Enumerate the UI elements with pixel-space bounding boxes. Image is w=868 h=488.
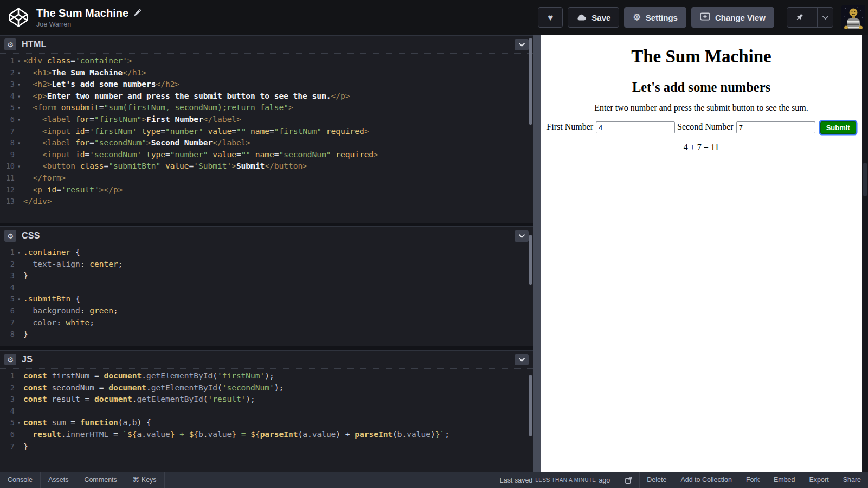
code-line-1[interactable]: 1▾.container { bbox=[0, 247, 533, 259]
save-button[interactable]: Save bbox=[568, 7, 619, 28]
code-line-6[interactable]: 6 result.innerHTML = `${a.value} + ${b.v… bbox=[0, 429, 533, 441]
sum-form: First NumberSecond NumberSubmit bbox=[541, 121, 862, 134]
css-settings-gear-icon[interactable]: ⚙ bbox=[4, 230, 16, 242]
fold-arrow-icon[interactable]: ▾ bbox=[15, 91, 23, 102]
second-number-input[interactable] bbox=[736, 121, 815, 133]
code-line-10[interactable]: 10▾ <button class="submitBtn" value='Sub… bbox=[0, 160, 533, 172]
js-settings-gear-icon[interactable]: ⚙ bbox=[4, 354, 16, 365]
footer-item-export[interactable]: Export bbox=[802, 472, 836, 488]
code-line-7[interactable]: 7} bbox=[0, 441, 533, 453]
line-number: 3 bbox=[0, 270, 15, 282]
js-editor-scrollbar[interactable] bbox=[529, 375, 532, 436]
code-line-1[interactable]: 1const firstNum = document.getElementByI… bbox=[0, 370, 533, 382]
code-line-13[interactable]: 13</div> bbox=[0, 196, 533, 208]
edit-title-pencil-icon[interactable] bbox=[133, 9, 141, 17]
code-line-6[interactable]: 6 background: green; bbox=[0, 305, 533, 317]
settings-button[interactable]: ⚙ Settings bbox=[624, 7, 686, 28]
preview-scrollbar-track[interactable] bbox=[862, 35, 868, 472]
footer-item-assets[interactable]: Assets bbox=[41, 472, 77, 488]
code-line-3[interactable]: 3} bbox=[0, 270, 533, 282]
heart-icon: ♥ bbox=[548, 13, 553, 22]
fold-arrow-icon[interactable]: ▾ bbox=[15, 55, 23, 67]
last-saved-suffix: ago bbox=[599, 477, 610, 484]
pen-author[interactable]: Joe Warren bbox=[36, 21, 141, 28]
code-line-5[interactable]: 5▾ <form onsubmit="sum(firstNum, secondN… bbox=[0, 102, 533, 114]
code-text: <button class="submitBtn" value='Submit'… bbox=[23, 160, 307, 172]
fold-spacer bbox=[15, 172, 23, 184]
line-number: 10 bbox=[0, 160, 15, 172]
footer-actions: DeleteAdd to CollectionForkEmbedExportSh… bbox=[639, 472, 868, 488]
open-external-button[interactable] bbox=[618, 472, 639, 488]
like-button[interactable]: ♥ bbox=[538, 7, 563, 28]
footer-item-embed[interactable]: Embed bbox=[767, 472, 802, 488]
footer-item-console[interactable]: Console bbox=[0, 472, 41, 488]
fold-arrow-icon[interactable]: ▾ bbox=[15, 102, 23, 114]
codepen-logo-icon[interactable] bbox=[8, 7, 29, 28]
fold-arrow-icon[interactable]: ▾ bbox=[15, 160, 23, 172]
preview-submit-button[interactable]: Submit bbox=[820, 121, 856, 134]
code-line-12[interactable]: 12 <p id='result'></p> bbox=[0, 184, 533, 196]
code-line-4[interactable]: 4 bbox=[0, 282, 533, 294]
css-editor-scrollbar[interactable] bbox=[529, 235, 532, 285]
code-line-7[interactable]: 7 <input id='firstNum' type="number" val… bbox=[0, 126, 533, 138]
fold-arrow-icon[interactable]: ▾ bbox=[15, 79, 23, 91]
code-line-4[interactable]: 4 bbox=[0, 406, 533, 418]
user-avatar[interactable] bbox=[841, 5, 865, 29]
code-line-4[interactable]: 4▾ <p>Enter two number and press the sub… bbox=[0, 91, 533, 102]
footer-item-keys[interactable]: ⌘ Keys bbox=[125, 472, 165, 488]
code-line-11[interactable]: 11 </form> bbox=[0, 172, 533, 184]
html-collapse-button[interactable] bbox=[515, 39, 529, 50]
code-text: .submitBtn { bbox=[23, 293, 80, 305]
code-line-7[interactable]: 7 color: white; bbox=[0, 317, 533, 329]
html-code-area[interactable]: 1▾<div class='container'>2▾ <h1>The Sum … bbox=[0, 54, 533, 223]
html-editor-scrollbar[interactable] bbox=[529, 38, 532, 125]
code-text: <p id='result'></p> bbox=[23, 184, 123, 196]
code-text: } bbox=[23, 329, 28, 341]
editor-preview-resizer[interactable] bbox=[533, 35, 541, 472]
preview-title: The Sum Machine bbox=[541, 47, 862, 67]
code-text: <input id='firstNum' type="number" value… bbox=[23, 126, 369, 138]
pin-dropdown-button[interactable] bbox=[817, 8, 833, 27]
footer-item-comments[interactable]: Comments bbox=[76, 472, 125, 488]
preview-scrollbar-thumb[interactable] bbox=[863, 163, 867, 196]
js-code-area[interactable]: 1const firstNum = document.getElementByI… bbox=[0, 369, 533, 472]
footer-item-fork[interactable]: Fork bbox=[739, 472, 767, 488]
change-view-button[interactable]: Change View bbox=[691, 7, 774, 28]
code-text: const result = document.getElementById('… bbox=[23, 394, 255, 406]
css-code-area[interactable]: 1▾.container {2 text-align: center;3}45▾… bbox=[0, 245, 533, 346]
fold-arrow-icon[interactable]: ▾ bbox=[15, 293, 23, 305]
code-line-6[interactable]: 6▾ <label for="firstNum">First Number</l… bbox=[0, 114, 533, 126]
footer-item-add-to-collection[interactable]: Add to Collection bbox=[673, 472, 739, 488]
first-number-input[interactable] bbox=[596, 121, 675, 133]
code-line-3[interactable]: 3const result = document.getElementById(… bbox=[0, 394, 533, 406]
fold-arrow-icon[interactable]: ▾ bbox=[15, 247, 23, 259]
line-number: 8 bbox=[0, 137, 15, 149]
code-line-8[interactable]: 8} bbox=[0, 329, 533, 341]
fold-arrow-icon[interactable]: ▾ bbox=[15, 417, 23, 429]
html-settings-gear-icon[interactable]: ⚙ bbox=[4, 38, 16, 50]
code-line-1[interactable]: 1▾<div class='container'> bbox=[0, 55, 533, 67]
footer-item-delete[interactable]: Delete bbox=[640, 472, 673, 488]
code-line-5[interactable]: 5▾const sum = function(a,b) { bbox=[0, 417, 533, 429]
fold-arrow-icon[interactable]: ▾ bbox=[15, 114, 23, 126]
js-editor-panel: ⚙ JS 1const firstNum = document.getEleme… bbox=[0, 350, 533, 472]
css-collapse-button[interactable] bbox=[515, 230, 529, 242]
code-line-9[interactable]: 9 <input id='secondNum' type="number" va… bbox=[0, 149, 533, 161]
pin-button[interactable] bbox=[787, 8, 812, 27]
code-line-2[interactable]: 2 text-align: center; bbox=[0, 259, 533, 271]
fold-arrow-icon[interactable]: ▾ bbox=[15, 137, 23, 149]
code-text: const sum = function(a,b) { bbox=[23, 417, 151, 429]
chevron-down-icon bbox=[519, 358, 525, 362]
line-number: 7 bbox=[0, 126, 15, 138]
code-line-2[interactable]: 2const secondNum = document.getElementBy… bbox=[0, 382, 533, 394]
footer-item-share[interactable]: Share bbox=[836, 472, 868, 488]
js-collapse-button[interactable] bbox=[515, 354, 529, 365]
code-line-5[interactable]: 5▾.submitBtn { bbox=[0, 293, 533, 305]
preview-instruction: Enter two number and press the submit bu… bbox=[541, 103, 862, 113]
code-text: <label for="secondNum">Second Number</la… bbox=[23, 137, 250, 149]
code-line-3[interactable]: 3▾ <h2>Let's add some numbers</h2> bbox=[0, 79, 533, 91]
fold-arrow-icon[interactable]: ▾ bbox=[15, 67, 23, 79]
code-line-2[interactable]: 2▾ <h1>The Sum Machine</h1> bbox=[0, 67, 533, 79]
code-line-8[interactable]: 8▾ <label for="secondNum">Second Number<… bbox=[0, 137, 533, 149]
code-text: const secondNum = document.getElementByI… bbox=[23, 382, 284, 394]
